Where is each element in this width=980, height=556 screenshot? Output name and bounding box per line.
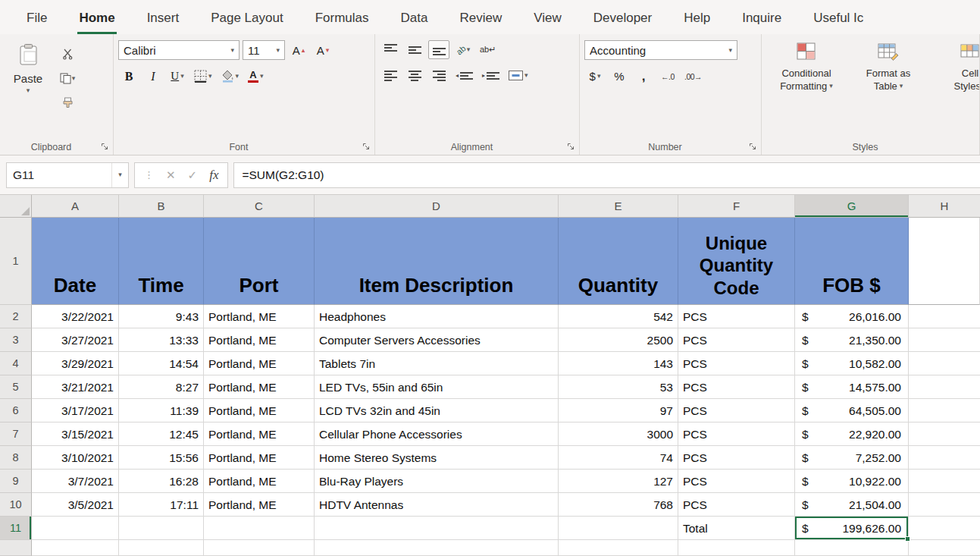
middle-align-button[interactable] bbox=[404, 40, 425, 59]
cell-quantity[interactable]: 143 bbox=[559, 352, 678, 375]
cut-button[interactable] bbox=[58, 45, 77, 63]
copy-button[interactable]: ▾ bbox=[58, 69, 77, 87]
cell-fob[interactable]: $10,922.00 bbox=[795, 470, 909, 493]
cell-empty[interactable] bbox=[795, 540, 909, 556]
ribbon-tab-home[interactable]: Home bbox=[63, 0, 130, 34]
increase-indent-button[interactable]: ▸ bbox=[479, 66, 503, 85]
cell-empty[interactable] bbox=[909, 446, 980, 470]
cell-unit-code[interactable]: PCS bbox=[678, 352, 795, 375]
row-header[interactable]: 10 bbox=[0, 493, 32, 517]
cell-date[interactable]: 3/15/2021 bbox=[32, 422, 119, 446]
cell-empty[interactable] bbox=[909, 470, 980, 493]
enter-button[interactable]: ✓ bbox=[188, 168, 198, 182]
cell-empty[interactable] bbox=[315, 517, 559, 540]
cell-fob[interactable]: $64,505.00 bbox=[795, 399, 909, 422]
header-fob[interactable]: FOB $ bbox=[795, 218, 909, 305]
header-unique-quantity-code[interactable]: Unique Quantity Code bbox=[678, 218, 795, 305]
cell-fob[interactable]: $7,252.00 bbox=[795, 446, 909, 470]
cell-date[interactable]: 3/22/2021 bbox=[32, 305, 119, 328]
cell-empty[interactable] bbox=[204, 517, 315, 540]
ribbon-tab-file[interactable]: File bbox=[11, 0, 63, 34]
cell-item-description[interactable]: Computer Servers Accessories bbox=[315, 328, 559, 352]
cell-item-description[interactable]: HDTV Antennas bbox=[315, 493, 559, 517]
cell-port[interactable]: Portland, ME bbox=[204, 328, 315, 352]
increase-decimal-button[interactable]: ←.0 bbox=[657, 67, 678, 86]
row-header[interactable]: 3 bbox=[0, 328, 32, 352]
cell-port[interactable]: Portland, ME bbox=[204, 422, 315, 446]
cell-item-description[interactable]: Tablets 7in bbox=[315, 352, 559, 375]
cell-empty[interactable] bbox=[559, 517, 678, 540]
header-item-description[interactable]: Item Description bbox=[315, 218, 559, 305]
cell-unit-code[interactable]: PCS bbox=[678, 305, 795, 328]
cell-port[interactable]: Portland, ME bbox=[204, 399, 315, 422]
cell-time[interactable]: 11:39 bbox=[119, 399, 204, 422]
cell-time[interactable]: 9:43 bbox=[119, 305, 204, 328]
cell-total-label[interactable]: Total bbox=[678, 517, 795, 540]
cell-quantity[interactable]: 74 bbox=[559, 446, 678, 470]
cell-time[interactable]: 13:33 bbox=[119, 328, 204, 352]
cell-time[interactable]: 17:11 bbox=[119, 493, 204, 517]
orientation-button[interactable]: ab▾ bbox=[452, 40, 474, 59]
cell-fob[interactable]: $22,920.00 bbox=[795, 422, 909, 446]
cell-unit-code[interactable]: PCS bbox=[678, 422, 795, 446]
row-header[interactable] bbox=[0, 540, 32, 556]
bottom-align-button[interactable] bbox=[428, 40, 449, 59]
ribbon-tab-insert[interactable]: Insert bbox=[131, 0, 196, 34]
cell-item-description[interactable]: Cellular Phone Accessories bbox=[315, 422, 559, 446]
cell-empty[interactable] bbox=[909, 399, 980, 422]
header-date[interactable]: Date bbox=[32, 218, 119, 305]
wrap-text-button[interactable]: ab↵ bbox=[477, 40, 499, 59]
col-header-g-selected[interactable]: G bbox=[795, 195, 909, 218]
ribbon-tab-formulas[interactable]: Formulas bbox=[299, 0, 385, 34]
cell-fob[interactable]: $26,016.00 bbox=[795, 305, 909, 328]
cell-empty[interactable] bbox=[909, 540, 980, 556]
cell-empty[interactable] bbox=[32, 517, 119, 540]
cell-quantity[interactable]: 97 bbox=[559, 399, 678, 422]
cell-port[interactable]: Portland, ME bbox=[204, 470, 315, 493]
align-center-button[interactable] bbox=[404, 66, 425, 85]
cell-unit-code[interactable]: PCS bbox=[678, 470, 795, 493]
col-header-f[interactable]: F bbox=[678, 195, 795, 218]
header-port[interactable]: Port bbox=[204, 218, 315, 305]
cell-empty[interactable] bbox=[678, 540, 795, 556]
cell-date[interactable]: 3/27/2021 bbox=[32, 328, 119, 352]
bold-button[interactable]: B bbox=[118, 67, 139, 86]
cell-quantity[interactable]: 768 bbox=[559, 493, 678, 517]
cell-empty[interactable] bbox=[119, 517, 204, 540]
percent-style-button[interactable]: % bbox=[609, 67, 630, 86]
name-box[interactable]: G11 ▾ bbox=[6, 162, 129, 188]
cell-time[interactable]: 15:56 bbox=[119, 446, 204, 470]
row-header-selected[interactable]: 11 bbox=[0, 517, 32, 540]
decrease-font-size-button[interactable]: A▾ bbox=[312, 41, 333, 60]
cell-empty[interactable] bbox=[909, 305, 980, 328]
cell-quantity[interactable]: 3000 bbox=[559, 422, 678, 446]
font-name-combo[interactable]: Calibri ▾ bbox=[118, 40, 240, 60]
cell-unit-code[interactable]: PCS bbox=[678, 328, 795, 352]
cell-date[interactable]: 3/29/2021 bbox=[32, 352, 119, 375]
cell-item-description[interactable]: Home Stereo Systems bbox=[315, 446, 559, 470]
alignment-dialog-launcher-icon[interactable] bbox=[565, 140, 576, 152]
cell-item-description[interactable]: Headphones bbox=[315, 305, 559, 328]
cell-fob[interactable]: $14,575.00 bbox=[795, 375, 909, 399]
clipboard-dialog-launcher-icon[interactable] bbox=[99, 140, 110, 152]
cell-unit-code[interactable]: PCS bbox=[678, 399, 795, 422]
font-dialog-launcher-icon[interactable] bbox=[360, 140, 371, 152]
fill-color-button[interactable]: ▾ bbox=[218, 67, 243, 86]
row-header[interactable]: 7 bbox=[0, 422, 32, 446]
number-format-combo[interactable]: Accounting ▾ bbox=[584, 40, 737, 60]
cell-port[interactable]: Portland, ME bbox=[204, 446, 315, 470]
col-header-c[interactable]: C bbox=[204, 195, 315, 218]
cell-empty[interactable] bbox=[909, 352, 980, 375]
cell-time[interactable]: 12:45 bbox=[119, 422, 204, 446]
cell-empty[interactable] bbox=[909, 328, 980, 352]
cell-quantity[interactable]: 542 bbox=[559, 305, 678, 328]
selected-cell-total-fob[interactable]: $ 199,626.00 bbox=[795, 517, 909, 540]
cell-port[interactable]: Portland, ME bbox=[204, 305, 315, 328]
merge-center-button[interactable]: ▾ bbox=[506, 66, 531, 85]
cell-empty[interactable] bbox=[909, 422, 980, 446]
col-header-b[interactable]: B bbox=[119, 195, 204, 218]
cell-date[interactable]: 3/5/2021 bbox=[32, 493, 119, 517]
cell-time[interactable]: 8:27 bbox=[119, 375, 204, 399]
cell-unit-code[interactable]: PCS bbox=[678, 446, 795, 470]
increase-font-size-button[interactable]: A▴ bbox=[288, 41, 309, 60]
